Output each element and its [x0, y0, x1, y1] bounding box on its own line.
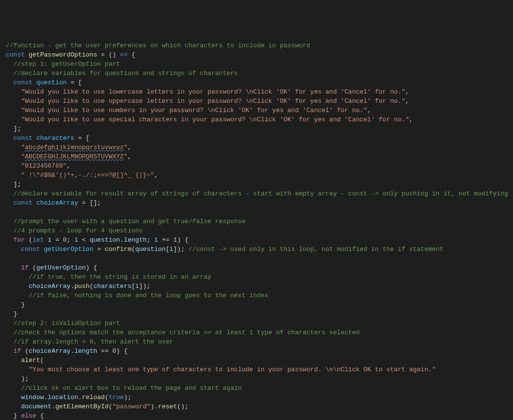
code-line: //prompt the user with a question and ge… — [6, 217, 507, 226]
code-line: "Would you like to use uppercase letters… — [6, 96, 507, 106]
code-line: //declare variables for questions and st… — [6, 69, 507, 78]
code-line: " !\"#$%&'()*+,-./:;<=>?@[]^_`{|}~", — [6, 171, 507, 180]
code-line: //4 prompts - loop for 4 questions — [6, 226, 507, 235]
code-line: } else { — [6, 411, 507, 420]
variable-name: characters — [33, 134, 75, 142]
code-line: } — [6, 300, 507, 309]
comment: //step 1: getUserOption part — [6, 60, 120, 68]
string-literal: "Would you like to use lowercase letters… — [6, 88, 405, 95]
comment: //prompt the user with a question and ge… — [6, 218, 245, 225]
comment: //if true, then the string is stored in … — [6, 273, 211, 281]
code-line: if (choiceArray.length == 0) { — [6, 346, 507, 356]
code-line: } — [6, 309, 507, 319]
code-line: ); — [6, 374, 507, 383]
code-line: const choiceArray = []; — [6, 198, 507, 208]
code-line: "Would you like to use special character… — [6, 115, 507, 124]
comment: //function - get the user preferences on… — [6, 42, 310, 49]
code-line: //step 1: getUserOption part — [6, 59, 507, 69]
code-line: //click ok on alert box to reload the pa… — [6, 383, 507, 393]
code-line: "Would you like to use numbers in your p… — [6, 106, 507, 115]
variable-name: choiceArray — [33, 199, 79, 207]
code-line: //if true, then the string is stored in … — [6, 272, 507, 282]
string-literal-spellcheck: ABCDEFGHIJKLMNOPQRSTUVWXYZ — [25, 153, 124, 160]
string-literal: " !\"#$%&'()*+,-./:;<=>?@[]^_`{|}~" — [6, 172, 154, 179]
function-name: getPasswordOptions — [29, 51, 97, 58]
code-line: "You must choose at least one type of ch… — [6, 365, 507, 374]
code-line — [6, 208, 507, 217]
code-line: "Would you like to use lowercase letters… — [6, 87, 507, 96]
code-line: const question = [ — [6, 78, 507, 87]
comment: //check the options match the acceptance… — [6, 329, 360, 336]
code-line: window.location.reload(true); — [6, 393, 507, 402]
variable-name: question — [33, 79, 67, 86]
code-line: const getUserOption = confirm(question[i… — [6, 245, 507, 254]
code-line: //function - get the user preferences on… — [6, 41, 507, 50]
code-line: document.getElementById("password").rese… — [6, 402, 507, 411]
string-literal: "Would you like to use numbers in your p… — [6, 107, 367, 114]
string-literal: "Would you like to use uppercase letters… — [6, 97, 405, 105]
comment: //click ok on alert box to reload the pa… — [6, 384, 242, 392]
code-line: ]; — [6, 180, 507, 189]
comment: //if false, nothing is done and the loop… — [6, 292, 268, 299]
code-line: for (let i = 0; i < question.length; i +… — [6, 235, 507, 245]
code-line: //check the options match the acceptance… — [6, 328, 507, 337]
code-line: if (getUserOption) { — [6, 263, 507, 272]
code-line: choiceArray.push(characters[i]); — [6, 282, 507, 291]
code-line: "0123456789", — [6, 161, 507, 171]
comment: //if array.length = 0, then alert the us… — [6, 338, 173, 345]
comment: //4 prompts - loop for 4 questions — [6, 227, 143, 234]
comment: //declare variable for result array of s… — [6, 190, 508, 197]
code-line: alert( — [6, 356, 507, 365]
code-line: //declare variable for result array of s… — [6, 189, 507, 198]
code-line: "ABCDEFGHIJKLMNOPQRSTUVWXYZ", — [6, 152, 507, 161]
comment: //declare variables for questions and st… — [6, 70, 238, 77]
code-line: "abcdefghijklmnopqrstuvwxyz", — [6, 143, 507, 152]
code-line: //step 2: isValidOption part — [6, 319, 507, 328]
code-line: //if array.length = 0, then alert the us… — [6, 337, 507, 346]
keyword: const — [6, 51, 25, 58]
string-literal: "You must choose at least one type of ch… — [6, 366, 436, 373]
string-literal: "0123456789" — [6, 162, 67, 170]
code-line: ]; — [6, 124, 507, 134]
code-line — [6, 254, 507, 263]
comment: //step 2: isValidOption part — [6, 320, 120, 327]
string-literal: "Would you like to use special character… — [6, 116, 409, 123]
code-line: const characters = [ — [6, 134, 507, 143]
string-literal-spellcheck: abcdefghijklmnopqrstuvwxyz — [25, 144, 124, 151]
code-editor[interactable]: //function - get the user preferences on… — [6, 41, 507, 420]
code-line: //if false, nothing is done and the loop… — [6, 291, 507, 300]
code-line: const getPasswordOptions = () => { — [6, 50, 507, 59]
